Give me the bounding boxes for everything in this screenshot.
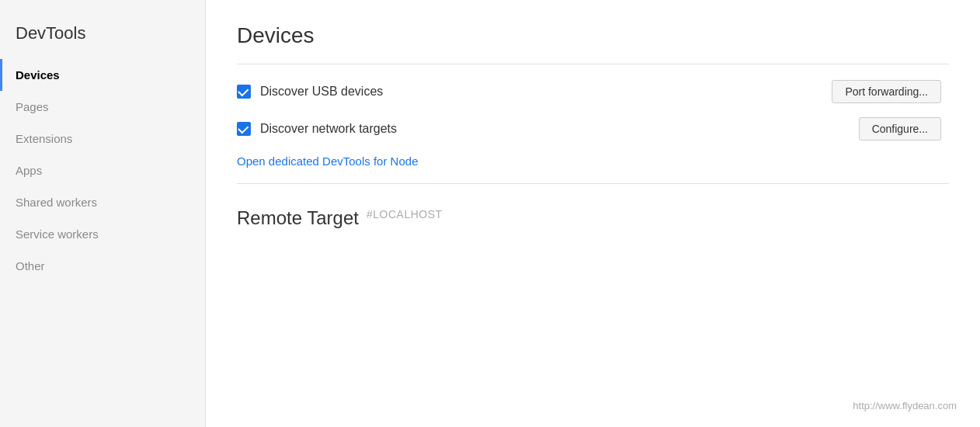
footer-url: http://www.flydean.com [853,400,957,411]
sidebar: DevTools Devices Pages Extensions Apps S… [0,0,206,427]
discover-network-label: Discover network targets [260,122,397,136]
top-divider [237,64,949,64]
main-content: Devices Discover USB devices Port forwar… [206,0,980,427]
remote-target-section: Remote Target #LOCALHOST [237,200,949,229]
remote-target-title: Remote Target [237,207,359,229]
network-checkbox-row: Discover network targets Configure... [237,117,949,141]
devtools-node-link[interactable]: Open dedicated DevTools for Node [237,154,949,168]
bottom-divider [237,183,949,184]
sidebar-item-devices[interactable]: Devices [0,59,205,91]
discover-usb-label: Discover USB devices [260,85,383,99]
port-forwarding-button[interactable]: Port forwarding... [832,80,941,103]
discover-usb-checkbox[interactable] [237,85,251,99]
port-forwarding-button-area: Port forwarding... [832,80,941,103]
sidebar-item-service-workers[interactable]: Service workers [0,218,205,250]
discover-network-checkbox[interactable] [237,122,251,136]
configure-button-area: Configure... [859,117,941,141]
sidebar-item-extensions[interactable]: Extensions [0,123,205,154]
sidebar-item-pages[interactable]: Pages [0,91,205,123]
remote-target-subtitle: #LOCALHOST [367,208,443,220]
sidebar-item-shared-workers[interactable]: Shared workers [0,186,205,218]
configure-button[interactable]: Configure... [859,117,941,141]
sidebar-nav: Devices Pages Extensions Apps Shared wor… [0,59,205,282]
usb-checkbox-row: Discover USB devices Port forwarding... [237,80,949,103]
page-title: Devices [237,23,949,48]
app-title: DevTools [0,16,205,59]
sidebar-item-other[interactable]: Other [0,250,205,282]
sidebar-item-apps[interactable]: Apps [0,154,205,186]
